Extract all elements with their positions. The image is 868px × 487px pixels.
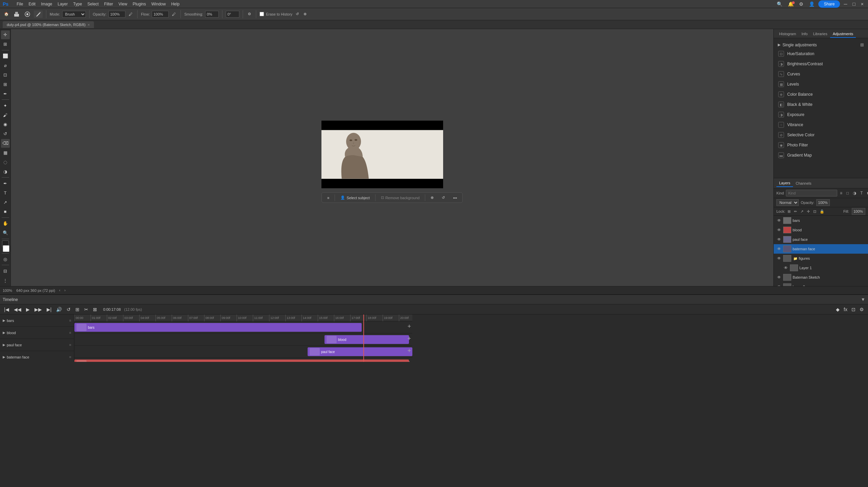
blur-tool[interactable]: ◌ (1, 158, 10, 167)
pen-tool[interactable]: ✒ (1, 179, 10, 188)
type-tool[interactable]: T (1, 188, 10, 197)
fill-value-input[interactable] (852, 208, 865, 215)
tl-clip-2[interactable]: paul face (308, 347, 412, 356)
tl-first-frame[interactable]: |◀ (3, 306, 10, 313)
opacity-pressure-btn[interactable]: 🖊 (127, 11, 134, 17)
adj-item-color-balance[interactable]: ⊕ Color Balance (774, 89, 868, 99)
tl-menu-3[interactable]: = (69, 355, 71, 359)
libraries-tab[interactable]: Libraries (810, 30, 830, 38)
layer-item-layer2[interactable]: 👁 Layer 2 (774, 282, 868, 286)
layer-eye-bateman-face[interactable]: 👁 (776, 247, 782, 251)
menu-file[interactable]: File (17, 2, 23, 6)
adj-item-vibrance[interactable]: ⁘ Vibrance (774, 120, 868, 130)
tl-layer-paul-face[interactable]: ▶ paul face = (0, 339, 74, 351)
adj-item-exposure[interactable]: ◑ Exposure (774, 110, 868, 120)
layer-item-paul-face[interactable]: 👁 paul face (774, 235, 868, 244)
opacity-value-input[interactable] (816, 199, 830, 206)
restore-icon[interactable]: □ (851, 1, 857, 7)
adj-grid-btn[interactable]: ⊞ (860, 42, 864, 47)
tl-layer-bateman-face[interactable]: ▶ bateman face = (0, 351, 74, 362)
menu-image[interactable]: Image (41, 2, 52, 6)
background-color[interactable] (3, 245, 9, 252)
tl-next-frame[interactable]: ▶▶ (33, 306, 43, 313)
close-icon[interactable]: × (859, 1, 865, 7)
adj-item-photo-filter[interactable]: ◉ Photo Filter (774, 140, 868, 150)
layer-item-bateman-face[interactable]: 👁 bateman face (774, 244, 868, 254)
layer-eye-paul-face[interactable]: 👁 (776, 237, 782, 242)
tl-clip-0[interactable]: bars (74, 323, 362, 332)
menu-filter[interactable]: Filter (104, 2, 113, 6)
artboard-tool[interactable]: ⊞ (1, 40, 10, 49)
smoothing-input[interactable] (205, 11, 219, 18)
tl-keyframe-btn[interactable]: ◆ (835, 306, 841, 313)
layer-item-bateman-sketch[interactable]: 👁 Bateman Sketch (774, 273, 868, 282)
canvas-float-more[interactable]: ••• (450, 194, 460, 201)
extra-tools-btn[interactable]: ⋮ (1, 276, 10, 285)
erase-to-history-checkbox[interactable] (260, 12, 264, 16)
layers-adj-filter[interactable]: ◑ (851, 190, 858, 196)
eraser-tool[interactable]: ⌫ (1, 139, 10, 148)
layers-type-filter2[interactable]: T (859, 190, 864, 196)
layer-eye-figures[interactable]: 👁 (776, 256, 782, 261)
angle-input[interactable] (226, 11, 239, 18)
adj-item-curves[interactable]: ∿ Curves (774, 69, 868, 79)
layer-eye-bateman-sketch[interactable]: 👁 (776, 275, 782, 280)
tl-layer-bars[interactable]: ▶ bars = (0, 315, 74, 327)
tl-last-frame[interactable]: ▶| (45, 306, 53, 313)
layers-type-filter[interactable]: ≡ (839, 190, 844, 196)
select-subject-btn[interactable]: 👤 Select subject (338, 194, 372, 201)
opacity-input[interactable] (108, 11, 125, 18)
tl-layer-blood[interactable]: ▶ blood = (0, 327, 74, 339)
zoom-tool[interactable]: 🔍 (1, 229, 10, 237)
adjustments-tab[interactable]: Adjustments (830, 30, 856, 38)
layer-item-blood[interactable]: 👁 blood (774, 225, 868, 235)
menu-window[interactable]: Window (151, 2, 166, 6)
tl-expand-1[interactable]: ▶ (3, 331, 5, 334)
tl-menu-1[interactable]: = (69, 331, 71, 335)
notification-icon[interactable]: 🔔 (786, 1, 795, 7)
layer-eye-bars[interactable]: 👁 (776, 218, 782, 223)
menu-edit[interactable]: Edit (28, 2, 35, 6)
settings-icon[interactable]: ⚙ (797, 1, 805, 7)
info-tab[interactable]: Info (799, 30, 810, 38)
path-select-tool[interactable]: ↗ (1, 198, 10, 207)
layers-search-input[interactable] (786, 190, 837, 196)
home-btn[interactable]: 🏠 (3, 11, 10, 17)
quick-mask-btn[interactable]: ◎ (1, 255, 10, 264)
info-arrow-left[interactable]: ‹ (59, 288, 60, 292)
tl-menu-0[interactable]: = (69, 319, 71, 323)
channels-tab[interactable]: Channels (793, 180, 814, 187)
tl-menu-2[interactable]: = (69, 343, 71, 347)
tl-render-btn[interactable]: ⊡ (850, 306, 857, 313)
lock-paint-btn[interactable]: ✏ (793, 209, 798, 214)
eyedropper-tool[interactable]: ✒ (1, 89, 10, 98)
marquee-tool[interactable]: ⬜ (1, 52, 10, 61)
tl-expand-2[interactable]: ▶ (3, 343, 5, 347)
tl-add-btn-2[interactable]: + (406, 347, 412, 354)
menu-select[interactable]: Select (88, 2, 99, 6)
document-tab[interactable]: duty-p4.psd @ 100% (Bateman Sketch, RGB/… (3, 21, 94, 28)
brush-settings-btn[interactable] (23, 10, 32, 18)
dodge-tool[interactable]: ◑ (1, 167, 10, 176)
lock-artboard2-btn[interactable]: ⊡ (812, 209, 817, 214)
adj-item-gradient-map[interactable]: ▬ Gradient Map (774, 150, 868, 160)
adj-item-black-white[interactable]: ◧ Black & White (774, 99, 868, 110)
lock-all-btn[interactable]: 🔒 (819, 209, 825, 214)
layers-tab[interactable]: Layers (776, 180, 793, 187)
user-icon[interactable]: 👤 (807, 1, 816, 7)
lock-transparent-btn[interactable]: ⊞ (787, 209, 792, 214)
brush-tool[interactable]: 🖌 (1, 111, 10, 119)
lock-position-btn[interactable]: ✛ (806, 209, 811, 214)
spot-heal-tool[interactable]: ✦ (1, 101, 10, 110)
tl-settings2[interactable]: ⊞ (74, 306, 81, 313)
tl-prev-frame[interactable]: ◀◀ (13, 306, 23, 313)
settings-gear-btn[interactable]: ⚙ (246, 11, 252, 17)
gradient-tool[interactable]: ▦ (1, 148, 10, 157)
remove-background-btn[interactable]: ⊡ Remove background (378, 194, 423, 201)
extra-tool-btn[interactable]: ⊕ (302, 11, 308, 17)
adj-collapse-icon[interactable]: ▶ (778, 43, 780, 47)
tl-add-btn-3[interactable]: + (406, 360, 412, 362)
adj-item-brightness[interactable]: ◑ Brightness/Contrast (774, 59, 868, 69)
histogram-tab[interactable]: Histogram (776, 30, 799, 38)
screen-mode-btn[interactable]: ⊟ (1, 266, 10, 275)
